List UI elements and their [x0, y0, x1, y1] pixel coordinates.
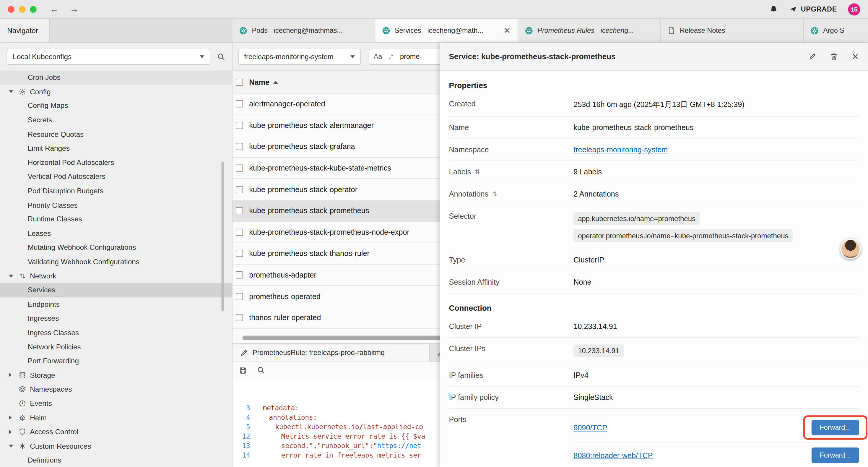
- property-row-selector: Selectorapp.kubernetes.io/name=prometheu…: [449, 205, 859, 249]
- namespace-link[interactable]: freeleaps-monitoring-system: [574, 146, 668, 154]
- sidebar-item-label: Validating Webhook Configurations: [28, 258, 140, 266]
- sidebar-item-ingress-classes[interactable]: Ingress Classes: [0, 325, 232, 340]
- row-checkbox[interactable]: [236, 314, 243, 321]
- sidebar-item-config-maps[interactable]: Config Maps: [0, 99, 232, 113]
- tab-release-notes[interactable]: Release Notes: [661, 19, 804, 42]
- kubernetes-icon: [382, 26, 390, 35]
- sidebar-item-events[interactable]: Events: [0, 396, 232, 411]
- property-label: Created: [449, 99, 574, 108]
- sidebar-item-label: Helm: [30, 413, 47, 422]
- row-checkbox[interactable]: [236, 165, 243, 172]
- sidebar-item-ingresses[interactable]: Ingresses: [0, 311, 232, 325]
- sidebar-item-limit-ranges[interactable]: Limit Ranges: [0, 141, 232, 155]
- service-name: kube-prometheus-stack-prometheus: [249, 207, 369, 215]
- tab-pods[interactable]: Pods - icecheng@mathmas...: [232, 19, 375, 42]
- notifications-bell-icon[interactable]: [769, 5, 778, 13]
- sidebar-search-icon[interactable]: [217, 52, 225, 61]
- sidebar-item-definitions[interactable]: Definitions: [0, 453, 232, 467]
- dock-tab-prometheusrule[interactable]: PrometheusRule: freeleaps-prod-rabbitmq: [232, 344, 430, 361]
- database-icon: [19, 372, 30, 379]
- sort-icon[interactable]: ⇅: [492, 191, 497, 198]
- service-name: kube-prometheus-stack-operator: [249, 185, 358, 194]
- sidebar-item-resource-quotas[interactable]: Resource Quotas: [0, 127, 232, 141]
- tab-services[interactable]: Services - icecheng@math...: [375, 19, 518, 42]
- sidebar-item-runtime-classes[interactable]: Runtime Classes: [0, 212, 232, 226]
- close-drawer-icon[interactable]: [851, 53, 859, 60]
- row-checkbox[interactable]: [236, 186, 243, 193]
- close-window-button[interactable]: [8, 6, 14, 12]
- kubernetes-icon: [810, 26, 819, 35]
- sidebar-item-secrets[interactable]: Secrets: [0, 113, 232, 127]
- property-label: Ports: [449, 415, 574, 424]
- navigator-panel-tab[interactable]: Navigator: [0, 19, 50, 42]
- port-row-9090-tcp: 9090/TCPForward...: [574, 415, 859, 442]
- namespace-selector[interactable]: freeleaps-monitoring-system: [238, 49, 361, 64]
- forward-button-2[interactable]: Forward...: [811, 447, 859, 463]
- sidebar-scrollbar[interactable]: [221, 162, 224, 311]
- sidebar-item-priority-classes[interactable]: Priority Classes: [0, 198, 232, 212]
- kubernetes-icon: [525, 26, 533, 35]
- row-checkbox[interactable]: [236, 293, 243, 300]
- sidebar-item-namespaces[interactable]: Namespaces: [0, 382, 232, 396]
- forward-button-1[interactable]: Forward...: [811, 420, 859, 435]
- row-checkbox[interactable]: [236, 100, 243, 108]
- sidebar-item-cron-jobs[interactable]: Cron Jobs: [0, 70, 232, 85]
- close-tab-icon[interactable]: [503, 27, 511, 34]
- sidebar-item-network[interactable]: Network: [0, 269, 232, 283]
- sidebar-item-port-forwarding[interactable]: Port Forwarding: [0, 354, 232, 368]
- sidebar-item-mutating-webhook-configurations[interactable]: Mutating Webhook Configurations: [0, 240, 232, 255]
- select-all-checkbox[interactable]: [236, 78, 243, 85]
- sort-icon[interactable]: ⇅: [475, 169, 480, 176]
- helm-wheel-icon: [19, 414, 30, 421]
- upgrade-button[interactable]: UPGRADE: [788, 5, 837, 13]
- row-checkbox[interactable]: [236, 250, 243, 257]
- row-checkbox[interactable]: [236, 207, 243, 214]
- sidebar-item-config[interactable]: Config: [0, 85, 232, 99]
- tab-prometheus-rules[interactable]: Prometheus Rules - icecheng...: [518, 19, 661, 42]
- delete-trash-icon[interactable]: [830, 52, 838, 61]
- property-row-name: Namekube-prometheus-stack-prometheus: [449, 117, 859, 139]
- minimize-window-button[interactable]: [19, 6, 25, 12]
- port-link-9090-tcp[interactable]: 9090/TCP: [574, 423, 607, 432]
- line-number: 3: [232, 404, 257, 413]
- service-name: kube-prometheus-stack-alertmanager: [249, 121, 374, 129]
- ports-value: 9090/TCPForward...8080:reloader-web/TCPF…: [574, 415, 859, 466]
- name-column-header[interactable]: Name: [249, 78, 278, 86]
- sidebar-item-validating-webhook-configurations[interactable]: Validating Webhook Configurations: [0, 255, 232, 269]
- sidebar-item-custom-resources[interactable]: Custom Resources: [0, 439, 232, 453]
- sidebar-item-pod-disruption-budgets[interactable]: Pod Disruption Budgets: [0, 184, 232, 198]
- match-case-toggle[interactable]: Aa: [374, 53, 382, 60]
- editor-search-icon[interactable]: [257, 366, 265, 375]
- shield-icon: [19, 428, 30, 435]
- edit-pencil-icon[interactable]: [809, 53, 816, 60]
- drawer-body: PropertiesCreated253d 16h 6m ago (2025年1…: [440, 71, 868, 467]
- sidebar-item-storage[interactable]: Storage: [0, 368, 232, 382]
- row-checkbox[interactable]: [236, 229, 243, 236]
- sidebar-item-access-control[interactable]: Access Control: [0, 425, 232, 439]
- kubeconfig-selector[interactable]: Local Kubeconfigs: [6, 49, 210, 64]
- save-icon[interactable]: [239, 367, 247, 374]
- sidebar-item-horizontal-pod-autoscalers[interactable]: Horizontal Pod Autoscalers: [0, 155, 232, 170]
- port-link-8080-reloader-web-tcp[interactable]: 8080:reloader-web/TCP: [574, 451, 653, 459]
- name-value: kube-prometheus-stack-prometheus: [574, 123, 859, 132]
- tab-argo-s[interactable]: Argo S: [804, 19, 868, 42]
- sidebar-item-label: Custom Resources: [30, 442, 91, 450]
- notification-count-badge[interactable]: 15: [848, 3, 860, 15]
- sidebar-item-services[interactable]: Services: [0, 283, 232, 297]
- service-name: kube-prometheus-stack-kube-state-metrics: [249, 164, 391, 172]
- sidebar-item-vertical-pod-autoscalers[interactable]: Vertical Pod Autoscalers: [0, 170, 232, 184]
- forward-button[interactable]: →: [70, 5, 79, 13]
- sort-ascending-icon: [273, 81, 278, 83]
- row-checkbox[interactable]: [236, 271, 243, 279]
- sidebar-item-endpoints[interactable]: Endpoints: [0, 297, 232, 311]
- regex-toggle[interactable]: .*: [389, 53, 394, 60]
- row-checkbox[interactable]: [236, 122, 243, 129]
- back-button[interactable]: ←: [50, 5, 59, 13]
- row-checkbox[interactable]: [236, 143, 243, 150]
- sidebar-item-network-policies[interactable]: Network Policies: [0, 340, 232, 354]
- property-row-annotations: Annotations⇅2 Annotations: [449, 183, 859, 205]
- sidebar-item-leases[interactable]: Leases: [0, 226, 232, 240]
- user-avatar[interactable]: [840, 239, 861, 259]
- sidebar-item-helm[interactable]: Helm: [0, 411, 232, 425]
- maximize-window-button[interactable]: [30, 6, 36, 12]
